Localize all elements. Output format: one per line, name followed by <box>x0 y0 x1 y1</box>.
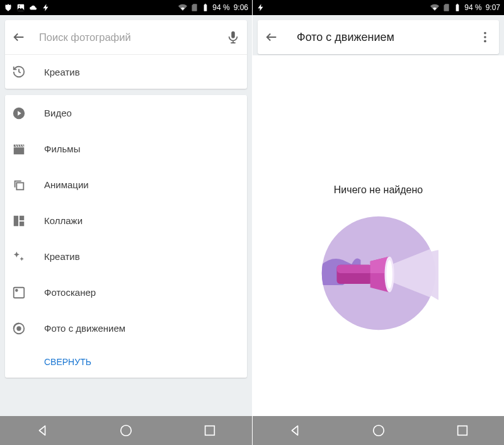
svg-rect-6 <box>14 147 25 154</box>
search-bar[interactable]: Поиск фотографий <box>5 20 247 54</box>
clapperboard-icon <box>11 142 26 157</box>
svg-point-14 <box>17 327 21 330</box>
battery-text: 94 % <box>212 3 229 12</box>
nav-recent[interactable] <box>187 416 232 445</box>
wifi-icon <box>430 3 439 12</box>
time-text: 9:07 <box>486 3 500 12</box>
category-label: Анимации <box>44 179 89 190</box>
status-bar: 94 % 9:07 <box>253 0 504 15</box>
svg-point-21 <box>484 40 486 43</box>
category-label: Видео <box>44 108 72 118</box>
sim-icon <box>190 3 198 12</box>
category-label: Фильмы <box>44 144 80 154</box>
svg-rect-17 <box>456 4 459 11</box>
frames-icon <box>11 177 26 193</box>
battery-icon <box>201 3 210 12</box>
category-collages[interactable]: Коллажи <box>5 203 247 239</box>
play-icon <box>11 106 26 121</box>
search-card: Поиск фотографий Креатив <box>5 20 247 89</box>
flashlight-illustration <box>319 213 438 333</box>
category-animations[interactable]: Анимации <box>5 167 247 203</box>
recent-label: Креатив <box>44 67 80 77</box>
battery-text: 94 % <box>464 3 481 12</box>
category-label: Креатив <box>44 251 80 262</box>
scanner-icon <box>11 285 26 300</box>
collapse-button[interactable]: СВЕРНУТЬ <box>5 346 247 378</box>
svg-rect-18 <box>457 4 458 4</box>
page-title: Фото с движением <box>297 31 460 44</box>
svg-rect-16 <box>205 426 215 436</box>
svg-rect-3 <box>205 4 206 4</box>
category-photoscan[interactable]: Фотосканер <box>5 274 247 310</box>
phone-left: 94 % 9:06 Поиск фотографий Креатив <box>0 0 252 445</box>
nav-bar <box>253 416 504 445</box>
svg-rect-7 <box>16 183 23 189</box>
back-icon[interactable] <box>264 30 279 45</box>
header-card: Фото с движением <box>258 20 499 54</box>
svg-rect-9 <box>20 215 24 220</box>
collapse-label: СВЕРНУТЬ <box>44 357 91 367</box>
svg-point-20 <box>484 36 486 38</box>
category-movies[interactable]: Фильмы <box>5 131 247 167</box>
status-bar: 94 % 9:06 <box>0 0 252 15</box>
svg-rect-2 <box>204 4 207 11</box>
cloud-icon <box>29 3 38 12</box>
battery-icon <box>453 3 462 12</box>
category-video[interactable]: Видео <box>5 95 247 131</box>
time-text: 9:06 <box>234 3 248 12</box>
categories-card: Видео Фильмы Анимации Коллажи <box>5 95 247 378</box>
svg-rect-10 <box>20 221 24 225</box>
nav-bar <box>0 416 252 445</box>
collage-icon <box>11 213 26 228</box>
svg-rect-11 <box>14 287 25 298</box>
svg-rect-25 <box>336 265 372 273</box>
nav-home[interactable] <box>103 416 149 445</box>
empty-state: Ничего не найдено <box>253 55 504 416</box>
svg-rect-29 <box>457 426 467 436</box>
phone-right: 94 % 9:07 Фото с движением Ничего не най… <box>252 0 504 445</box>
history-icon <box>11 64 26 79</box>
image-icon <box>16 3 25 12</box>
brave-icon <box>4 3 13 12</box>
recent-row[interactable]: Креатив <box>5 55 247 89</box>
svg-point-15 <box>121 425 132 436</box>
category-label: Коллажи <box>44 215 83 226</box>
nav-back[interactable] <box>20 416 65 445</box>
svg-rect-8 <box>14 215 18 226</box>
sparkle-icon <box>11 249 26 264</box>
svg-point-12 <box>16 289 18 291</box>
svg-point-19 <box>484 32 486 35</box>
category-motion[interactable]: Фото с движением <box>5 310 247 346</box>
overflow-icon[interactable] <box>478 30 493 45</box>
category-label: Фото с движением <box>44 323 125 334</box>
svg-point-27 <box>386 260 392 289</box>
empty-text: Ничего не найдено <box>334 184 423 196</box>
mic-icon[interactable] <box>226 30 241 45</box>
sim-icon <box>442 3 450 12</box>
bolt-icon <box>256 3 265 12</box>
svg-rect-4 <box>231 31 235 38</box>
back-icon[interactable] <box>11 30 26 45</box>
svg-point-1 <box>19 6 20 7</box>
nav-recent[interactable] <box>440 416 485 445</box>
wifi-icon <box>178 3 187 12</box>
nav-home[interactable] <box>356 416 401 445</box>
nav-back[interactable] <box>272 416 318 445</box>
motion-icon <box>11 321 26 336</box>
search-input[interactable]: Поиск фотографий <box>39 31 213 43</box>
category-creative[interactable]: Креатив <box>5 239 247 274</box>
bolt-icon <box>42 3 50 12</box>
svg-point-28 <box>373 425 384 436</box>
category-label: Фотосканер <box>44 287 96 298</box>
